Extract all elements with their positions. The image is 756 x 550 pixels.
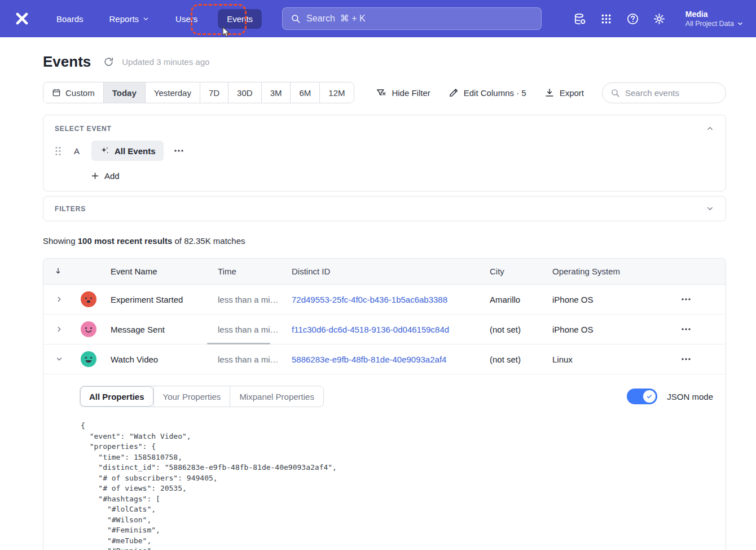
row-more-options-button[interactable] (679, 325, 693, 333)
table-row: Experiment Started less than a min... 72… (43, 285, 726, 315)
table-row: Watch Video less than a min... 5886283e-… (43, 344, 726, 374)
download-icon (544, 88, 555, 98)
export-label: Export (560, 88, 584, 98)
event-detail-panel: All Properties Your Properties Mixpanel … (43, 374, 726, 550)
nav-reports[interactable]: Reports (104, 9, 156, 29)
edit-columns-label: Edit Columns · 5 (464, 88, 526, 98)
toggle-knob (643, 390, 656, 403)
date-range-yesterday[interactable]: Yesterday (145, 82, 200, 103)
date-range-6m[interactable]: 6M (290, 82, 319, 103)
expand-filters-button[interactable] (706, 204, 714, 213)
date-range-custom-label: Custom (65, 88, 95, 98)
project-scope: All Project Data (685, 19, 734, 28)
drag-handle-icon[interactable] (55, 146, 61, 156)
json-mode-label: JSON mode (667, 392, 713, 401)
event-json-viewer[interactable]: { "event": "Watch Video", "properties": … (81, 421, 714, 550)
row-more-options-button[interactable] (679, 355, 693, 363)
tab-your-properties[interactable]: Your Properties (153, 386, 230, 407)
event-time: less than a min... (207, 355, 281, 364)
main-content: Events Updated 3 minutes ago Custom Toda… (43, 53, 726, 550)
row-more-options-button[interactable] (679, 295, 693, 303)
event-name[interactable]: Message Sent (102, 325, 207, 334)
date-range-today[interactable]: Today (103, 82, 145, 103)
refresh-button[interactable] (103, 56, 114, 67)
event-name[interactable]: Experiment Started (102, 295, 207, 304)
ellipsis-icon (174, 149, 184, 152)
global-search[interactable] (282, 7, 542, 30)
edit-columns-button[interactable]: Edit Columns · 5 (449, 88, 526, 98)
sort-icon[interactable] (51, 263, 68, 280)
select-event-panel: SELECT EVENT A All Events Add (43, 115, 726, 191)
event-city: (not set) (479, 325, 542, 334)
hide-filter-label: Hide Filter (392, 88, 430, 98)
chevron-right-icon (55, 295, 63, 303)
col-time[interactable]: Time (207, 267, 281, 276)
event-row-letter: A (74, 146, 80, 156)
avatar (81, 351, 96, 367)
primary-nav: Boards Reports Users Events (51, 9, 262, 29)
nav-users-label: Users (175, 14, 197, 24)
calendar-icon (52, 88, 61, 97)
tab-mixpanel-properties[interactable]: Mixpanel Properties (230, 386, 323, 407)
ellipsis-icon (681, 357, 691, 361)
export-button[interactable]: Export (544, 88, 584, 98)
distinct-id-link[interactable]: f11c30d6-dc6d-4518-9136-0d046159c84d (292, 325, 449, 334)
col-city[interactable]: City (479, 267, 542, 276)
collapse-row-button[interactable] (52, 352, 67, 366)
expand-row-button[interactable] (52, 322, 67, 337)
all-events-sparkle-icon (99, 146, 109, 156)
date-range-3m[interactable]: 3M (261, 82, 291, 103)
col-os[interactable]: Operating System (542, 267, 663, 276)
chevron-right-icon (55, 325, 63, 333)
global-search-input[interactable] (306, 14, 533, 24)
top-navbar: Boards Reports Users Events Media All (0, 0, 756, 37)
properties-tabs: All Properties Your Properties Mixpanel … (80, 386, 324, 407)
expand-row-button[interactable] (52, 292, 67, 307)
tab-all-properties[interactable]: All Properties (80, 386, 153, 407)
nav-users[interactable]: Users (170, 9, 203, 29)
chevron-down-icon (737, 20, 744, 27)
add-event-label: Add (104, 171, 120, 181)
event-name[interactable]: Watch Video (102, 355, 207, 364)
event-chip-label: All Events (115, 146, 156, 156)
event-os: Linux (542, 355, 663, 364)
col-distinct-id[interactable]: Distinct ID (281, 267, 479, 276)
date-range-7d[interactable]: 7D (200, 82, 228, 103)
nav-boards-label: Boards (56, 14, 83, 24)
settings-gear-icon[interactable] (652, 11, 667, 26)
event-selector-chip[interactable]: All Events (91, 141, 164, 161)
plus-icon (91, 172, 99, 180)
distinct-id-link[interactable]: 5886283e-e9fb-48fb-81de-40e9093a2af4 (292, 355, 446, 364)
filter-icon (376, 88, 386, 98)
date-range-30d[interactable]: 30D (228, 82, 261, 103)
hide-filter-button[interactable]: Hide Filter (376, 88, 430, 98)
apps-grid-icon[interactable] (599, 11, 614, 26)
col-event-name[interactable]: Event Name (102, 267, 207, 276)
avatar (81, 291, 96, 307)
data-management-icon[interactable] (573, 11, 587, 26)
events-table: Event Name Time Distinct ID City Operati… (43, 258, 726, 550)
nav-reports-label: Reports (109, 14, 139, 24)
event-time: less than a min... (207, 295, 281, 304)
chevron-down-icon (706, 204, 714, 213)
search-events-box[interactable] (602, 82, 726, 103)
results-prefix: Showing (43, 236, 78, 246)
date-range-custom[interactable]: Custom (43, 82, 103, 103)
project-switcher[interactable]: Media All Project Data (685, 10, 744, 28)
distinct-id-link[interactable]: 72d49553-25fc-4f0c-b436-1b5ac6ab3388 (292, 295, 447, 304)
search-events-input[interactable] (625, 88, 718, 98)
results-summary: Showing 100 most recent results of 82.35… (43, 236, 726, 246)
mixpanel-logo-icon[interactable] (12, 9, 32, 28)
json-mode-toggle[interactable] (627, 389, 657, 404)
search-icon (610, 88, 620, 98)
nav-boards[interactable]: Boards (51, 9, 89, 29)
nav-events[interactable]: Events (218, 9, 262, 29)
collapse-panel-button[interactable] (706, 124, 714, 133)
table-header-row: Event Name Time Distinct ID City Operati… (43, 259, 726, 285)
date-range-12m[interactable]: 12M (319, 82, 353, 103)
help-icon[interactable] (626, 11, 640, 26)
results-count: 100 most recent results (78, 236, 173, 246)
add-event-button[interactable]: Add (91, 171, 120, 181)
results-total: of 82.35K matches (172, 236, 245, 246)
event-more-options-button[interactable] (172, 147, 186, 155)
